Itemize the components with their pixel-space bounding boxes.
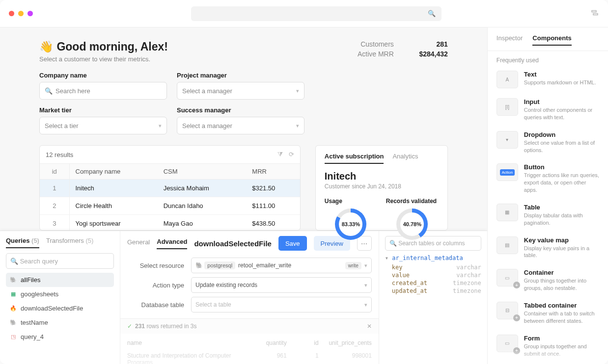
component-item[interactable]: ▭+FormGroup inputs together and submit a…	[495, 330, 601, 363]
more-button[interactable]: ⋯	[357, 236, 372, 251]
component-thumb: ▤	[497, 236, 518, 254]
schema-column[interactable]: keyvarchar	[385, 263, 481, 271]
pm-label: Project manager	[177, 72, 304, 79]
usage-label: Usage	[325, 198, 377, 205]
schema-column[interactable]: updated_attimezone	[385, 287, 481, 295]
pm-select[interactable]: Select a manager▾	[177, 82, 304, 100]
records-label: Records validated	[386, 198, 439, 205]
fb-icon: 🔥	[10, 305, 17, 312]
summary-metrics: Customers281 Active MRR$284,432	[350, 40, 448, 72]
search-icon: 🔍	[428, 10, 436, 17]
layers-icon[interactable]	[590, 8, 599, 19]
schema-column[interactable]: valuevarchar	[385, 271, 481, 279]
chevron-down-icon: ▾	[159, 123, 162, 129]
component-item[interactable]: ▾DropdownSelect one value from a list of…	[495, 126, 601, 159]
save-button[interactable]: Save	[278, 236, 307, 251]
fullscreen-icon[interactable]	[28, 11, 33, 16]
schema-browser: 🔍 Search tables or columns ▾ ar_internal…	[379, 231, 487, 364]
chevron-down-icon: ▾	[364, 302, 367, 308]
company-name-label: Company name	[39, 72, 167, 79]
component-item[interactable]: ▦TableDisplay tabular data with paginati…	[495, 199, 601, 232]
query-search-input[interactable]: 🔍 Search query	[6, 253, 114, 269]
usage-gauge: 83.33%	[335, 208, 366, 240]
schema-table-name[interactable]: ▾ ar_internal_metadata	[385, 255, 481, 261]
schema-search-input[interactable]: 🔍 Search tables or columns	[385, 236, 481, 251]
chevron-down-icon: ▾	[296, 123, 299, 129]
records-gauge: 40.78%	[396, 208, 428, 240]
table-row[interactable]: 1InitechJessica Mohaim$321.50	[40, 180, 300, 197]
svg-rect-0	[592, 11, 596, 12]
refresh-icon[interactable]: ⟳	[289, 151, 294, 158]
table-header-row: id Company name CSM MRR	[40, 164, 300, 180]
customer-since: Customer since Jun 24, 2018	[325, 183, 439, 190]
tab-transformers[interactable]: Transformers (5)	[46, 237, 93, 248]
chevron-down-icon: ▾	[364, 262, 367, 269]
query-item[interactable]: 🐘testName	[6, 315, 114, 330]
sm-select[interactable]: Select a manager▾	[177, 117, 304, 134]
resource-select[interactable]: 🐘 postgresql retool_emailer_write write …	[191, 258, 372, 273]
action-type-select[interactable]: Update existing records▾	[191, 277, 372, 293]
svg-rect-1	[593, 14, 598, 15]
customer-name: Initech	[325, 171, 439, 182]
page-title: 👋 Good morning, Alex!	[39, 40, 168, 53]
tier-label: Market tier	[39, 106, 167, 114]
minimize-icon[interactable]	[18, 11, 24, 16]
schema-column[interactable]: created_attimezone	[385, 279, 481, 287]
tab-active-subscription[interactable]: Active subscription	[325, 153, 384, 164]
tab-general[interactable]: General	[127, 238, 150, 249]
component-item[interactable]: [I]InputControl other components or quer…	[495, 93, 601, 126]
component-item[interactable]: ⊟+Tabbed containerContainer with a tab t…	[495, 297, 601, 330]
component-item[interactable]: ATextSupports markdown or HTML.	[495, 66, 601, 93]
table-row[interactable]: 2Circle HealthDuncan Idaho$111.00	[40, 197, 300, 215]
db-table-label: Database table	[127, 301, 191, 309]
filter-icon[interactable]: ⧩	[277, 151, 283, 158]
component-thumb: ▭+	[497, 335, 518, 352]
check-icon: ✓	[127, 323, 132, 330]
component-item[interactable]: ▭+ContainerGroup things together into gr…	[495, 264, 601, 297]
action-type-label: Action type	[127, 282, 191, 289]
sm-label: Success manager	[177, 106, 304, 114]
components-panel: Inspector Components Frequently used ATe…	[487, 27, 608, 364]
resource-label: Select resource	[127, 262, 191, 269]
search-icon: 🔍	[45, 87, 53, 95]
tier-select[interactable]: Select a tier▾	[39, 117, 167, 134]
postgres-icon: 🐘	[195, 262, 203, 269]
customers-table: 12 results ⧩ ⟳ id Company name CSM MRR 1…	[39, 145, 301, 231]
query-item[interactable]: ▦googlesheets	[6, 287, 114, 301]
component-thumb: A	[497, 71, 518, 88]
component-thumb: [I]	[497, 98, 518, 116]
global-search[interactable]: 🔍	[191, 6, 442, 21]
tab-inspector[interactable]: Inspector	[497, 34, 523, 46]
page-subtitle: Select a customer to view their metrics.	[39, 55, 168, 63]
titlebar: 🔍	[0, 0, 608, 27]
query-editor-panel: Queries (5) Transformers (5) 🔍 Search qu…	[0, 231, 487, 364]
query-title: downloadSelectedFile	[194, 239, 272, 248]
component-item[interactable]: ▤Key value mapDisplay key value pairs in…	[495, 232, 601, 264]
component-thumb: ⊟+	[497, 302, 518, 319]
section-frequently-used: Frequently used	[488, 51, 608, 66]
gs-icon: ▦	[10, 291, 17, 298]
window-controls	[9, 11, 33, 16]
db-table-select[interactable]: Select a table▾	[191, 297, 372, 312]
component-thumb: Action	[497, 163, 518, 181]
component-thumb: ▦	[497, 204, 518, 221]
close-icon[interactable]: ✕	[367, 323, 372, 330]
header-section: 👋 Good morning, Alex! Select a customer …	[0, 27, 487, 140]
table-row[interactable]: 3Yogi sportswearMaya Gao$438.50	[40, 215, 300, 231]
component-item[interactable]: ActionButtonTrigger actions like run que…	[495, 158, 601, 199]
component-item[interactable]: JSONJSON schema formGenerate forms from …	[495, 362, 601, 364]
query-item[interactable]: 🐘allFiles	[6, 273, 114, 287]
search-icon: 🔍	[10, 258, 18, 265]
tab-analytics[interactable]: Analytics	[392, 153, 418, 164]
tab-advanced[interactable]: Advanced	[157, 238, 187, 249]
rt-icon: ◳	[10, 334, 17, 340]
query-item[interactable]: 🔥downloadSelectedFile	[6, 301, 114, 315]
tab-queries[interactable]: Queries (5)	[6, 237, 39, 248]
query-item[interactable]: ◳query_4	[6, 330, 114, 344]
results-count: 12 results	[46, 151, 73, 158]
close-icon[interactable]	[9, 11, 14, 16]
company-search-input[interactable]: 🔍Search here	[39, 82, 167, 100]
tab-components[interactable]: Components	[532, 34, 571, 46]
component-thumb: ▭+	[497, 269, 518, 286]
pg-icon: 🐘	[10, 277, 17, 284]
